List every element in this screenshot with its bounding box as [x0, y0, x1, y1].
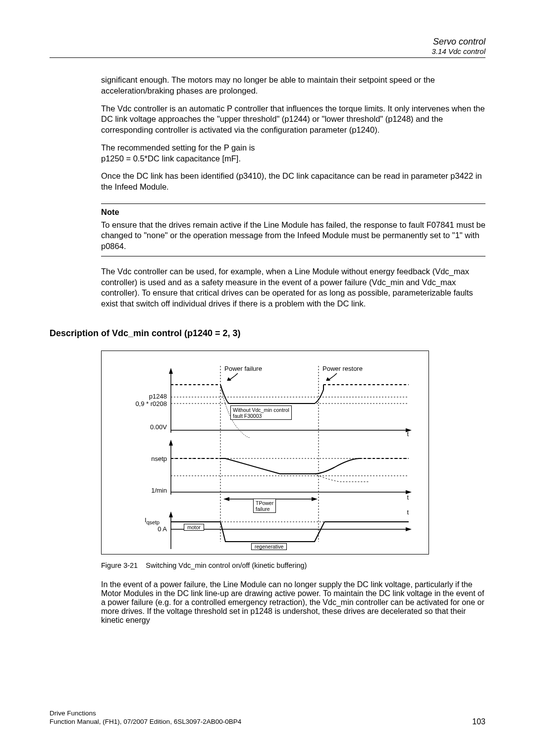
paragraph-line: The recommended setting for the P gain i… [101, 143, 255, 152]
header-rule [50, 57, 485, 58]
fig-label-iqsetp: Iqsetp [145, 516, 160, 525]
paragraph: Once the DC link has been identified (p3… [101, 171, 485, 193]
fig-iqsetp-sub: qsetp [147, 519, 160, 525]
figure-caption-text: Switching Vdc_min control on/off (kineti… [146, 561, 307, 569]
fig-label-r0208: 0,9 * r0208 [135, 400, 167, 407]
fig-tpower-box: TPower failure [253, 499, 276, 513]
section-number: 3.14 Vdc control [50, 47, 485, 55]
section-heading: Description of Vdc_min control (p1240 = … [50, 328, 485, 339]
paragraph: In the event of a power failure, the Lin… [101, 580, 485, 625]
fig-motor-box: motor [184, 524, 204, 531]
figure-caption: Figure 3-21 Switching Vdc_min control on… [101, 561, 485, 569]
paragraph-line: p1250 = 0.5*DC link capacitance [mF]. [101, 154, 241, 163]
paragraph: The Vdc controller can be used, for exam… [101, 266, 485, 309]
fig-label-t: t [407, 494, 409, 501]
svg-marker-20 [312, 497, 318, 501]
fig-label-zero-v: 0.00V [150, 423, 167, 431]
page-number: 103 [472, 717, 485, 726]
fig-without-line1: Without Vdc_min control [233, 407, 289, 413]
fig-tpower-line1: TPower [256, 500, 273, 506]
note-label: Note [101, 207, 485, 218]
note-rule [101, 256, 485, 256]
fig-without-line2: fault F30003 [233, 413, 262, 419]
fig-regen-box: regenerative [251, 543, 287, 550]
chapter-title: Servo control [50, 37, 485, 47]
svg-marker-11 [169, 440, 173, 446]
footer-line1: Drive Functions [50, 709, 241, 718]
fig-label-1min: 1/min [151, 487, 167, 494]
footer-line2: Function Manual, (FH1), 07/2007 Edition,… [50, 717, 241, 726]
page-footer: Drive Functions Function Manual, (FH1), … [50, 709, 485, 726]
paragraph: The recommended setting for the P gain i… [101, 143, 485, 164]
figure-caption-label: Figure 3-21 [101, 561, 138, 569]
note-rule [101, 203, 485, 204]
fig-label-p1248: p1248 [149, 393, 167, 400]
paragraph: significant enough. The motors may no lo… [101, 75, 485, 97]
fig-label-t: t [407, 508, 409, 516]
svg-marker-19 [223, 497, 229, 501]
note-body: To ensure that the drives remain active … [101, 220, 485, 252]
paragraph: The Vdc controller is an automatic P con… [101, 103, 485, 136]
fig-label-zero-a: 0 A [158, 525, 167, 533]
fig-label-nsetp: nsetp [151, 455, 167, 462]
fig-tpower-line2: failure [256, 506, 270, 512]
figure: Power failure Power restore p1248 0,9 * … [101, 351, 429, 554]
fig-without-vdc-box: Without Vdc_min control fault F30003 [230, 405, 292, 420]
svg-marker-24 [406, 527, 412, 531]
fig-label-t: t [407, 430, 409, 438]
svg-marker-22 [169, 511, 173, 517]
